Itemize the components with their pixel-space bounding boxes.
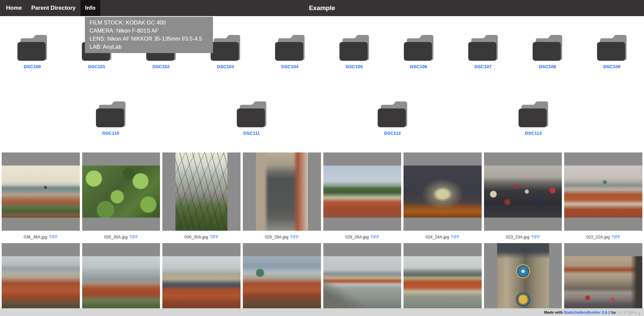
folder-icon: [377, 101, 409, 128]
folder-icon: [274, 35, 306, 61]
gallery-cell: [243, 243, 321, 316]
gallery-cell: 029_29A.jpg TIFF: [243, 152, 321, 243]
filename-label: 024_24A.jpg: [426, 235, 449, 239]
photo-thumbnail: [497, 243, 549, 316]
thumbnail-link[interactable]: [243, 152, 321, 231]
nav-item-home[interactable]: Home: [1, 0, 26, 16]
thumbnail-link[interactable]: [82, 243, 160, 316]
folder-link[interactable]: DSC107: [451, 35, 515, 69]
thumbnail-caption: 023_23A.jpg TIFF: [484, 231, 562, 243]
thumbnail-caption: 022_22A.jpg TIFF: [564, 231, 642, 243]
footer-dot-text: .: [638, 310, 640, 314]
thumbnail-link[interactable]: [2, 152, 80, 231]
tooltip-line-film-stock: FILM STOCK: KODAK GC 400: [90, 18, 208, 27]
photo-thumbnail: [323, 256, 401, 308]
photo-thumbnail: [484, 166, 562, 218]
photo-thumbnail: [564, 166, 642, 218]
thumbnail-link[interactable]: [82, 152, 160, 231]
static-gallery-builder-link[interactable]: StaticGalleryBuilder 2.6.2: [564, 310, 610, 314]
thumbnail-link[interactable]: [564, 152, 642, 231]
folder-label: DSC105: [345, 64, 363, 69]
gallery-cell: [323, 243, 401, 316]
folder-link[interactable]: DSC106: [386, 35, 451, 69]
folder-icon: [596, 35, 628, 61]
folder-label: DSC109: [603, 64, 620, 69]
tiff-link[interactable]: TIFF: [611, 235, 620, 239]
folder-link[interactable]: DSC109: [580, 35, 644, 69]
folder-link[interactable]: DSC111: [181, 101, 322, 136]
nav-item-info[interactable]: Info: [80, 0, 100, 16]
folder-label: DSC110: [102, 131, 119, 136]
photo-thumbnail: [2, 166, 80, 218]
folder-link[interactable]: DSC100: [0, 35, 64, 69]
folder-icon: [95, 101, 127, 128]
thumbnail-link[interactable]: [564, 243, 642, 316]
folder-icon: [338, 35, 370, 61]
photo-thumbnail: [564, 256, 642, 308]
photo-thumbnail: [82, 166, 160, 218]
gallery-cell: [2, 243, 80, 316]
tiff-link[interactable]: TIFF: [129, 235, 138, 239]
folder-label: DSC113: [525, 131, 542, 136]
tiff-link[interactable]: TIFF: [210, 235, 218, 239]
thumbnail-link[interactable]: [323, 243, 401, 316]
footer-made-with-text: Made with: [544, 310, 564, 314]
tiff-link[interactable]: TIFF: [49, 235, 58, 239]
tooltip-line-lens: LENS: Nikon AF NIKKOR 35-135mm f/3.5-4.5: [90, 35, 208, 43]
tiff-link[interactable]: TIFF: [370, 235, 379, 239]
footer-by-text: by: [610, 310, 617, 314]
photo-thumbnail: [175, 152, 227, 231]
gallery-page: Home Parent Directory Info Example FILM …: [0, 0, 644, 316]
thumbnail-link[interactable]: [484, 152, 562, 231]
folder-label: DSC101: [88, 64, 105, 69]
gallery-cell: 023_23A.jpg TIFF: [484, 152, 562, 243]
nav-item-parent-directory[interactable]: Parent Directory: [26, 0, 80, 16]
photo-thumbnail: [243, 256, 321, 308]
folder-link[interactable]: DSC105: [322, 35, 386, 69]
gallery-cell: 030_30A.jpg TIFF: [162, 152, 240, 243]
gallery-cell: 036_36A.jpg TIFF: [2, 152, 80, 243]
info-tooltip: FILM STOCK: KODAK GC 400 CAMERA: Nikon F…: [85, 17, 213, 53]
folder-link[interactable]: DSC113: [463, 101, 604, 136]
folder-row-2: DSC110 DSC111 DSC112 DSC113: [40, 101, 604, 136]
thumbnail-link[interactable]: [162, 152, 240, 231]
folder-icon: [518, 101, 549, 128]
filename-label: 035_35A.jpg: [104, 235, 127, 239]
thumbnail-caption: 030_30A.jpg TIFF: [162, 231, 240, 243]
folder-label: DSC100: [23, 64, 41, 69]
filename-label: 022_22A.jpg: [586, 235, 610, 239]
filename-label: 036_36A.jpg: [24, 235, 47, 239]
photo-thumbnail: [82, 256, 160, 308]
thumbnail-grid: 036_36A.jpg TIFF 035_35A.jpg TIFF 030_30…: [2, 152, 642, 316]
thumbnail-caption: 029_29A.jpg TIFF: [243, 231, 321, 243]
gallery-cell: [162, 243, 240, 316]
gallery-cell: [82, 243, 160, 316]
thumbnail-link[interactable]: [404, 243, 482, 316]
folder-link[interactable]: DSC112: [322, 101, 463, 136]
thumbnail-link[interactable]: [243, 243, 321, 316]
thumbnail-link[interactable]: [484, 243, 562, 316]
gallery-cell: 026_26A.jpg TIFF: [323, 152, 401, 243]
thumbnail-caption: 035_35A.jpg TIFF: [82, 231, 160, 243]
thumbnail-link[interactable]: [2, 243, 80, 316]
folder-link[interactable]: DSC108: [515, 35, 580, 69]
gallery-cell: [564, 243, 642, 316]
tiff-link[interactable]: TIFF: [290, 235, 299, 239]
thumbnail-link[interactable]: [323, 152, 401, 231]
folder-link[interactable]: DSC110: [40, 101, 181, 136]
folder-label: DSC106: [410, 64, 427, 69]
folder-icon: [210, 35, 241, 61]
photo-thumbnail: [162, 256, 240, 308]
folder-icon: [403, 35, 435, 61]
thumbnail-caption: 036_36A.jpg TIFF: [2, 231, 80, 243]
folder-label: DSC103: [217, 64, 234, 69]
thumbnail-link[interactable]: [404, 152, 482, 231]
filename-label: 026_26A.jpg: [345, 235, 369, 239]
thumbnail-link[interactable]: [162, 243, 240, 316]
navbar: Home Parent Directory Info Example: [0, 0, 644, 16]
folder-link[interactable]: DSC104: [258, 35, 322, 69]
thumbnail-caption: 024_24A.jpg TIFF: [404, 231, 482, 243]
folder-icon: [16, 35, 48, 61]
tiff-link[interactable]: TIFF: [451, 235, 460, 239]
tiff-link[interactable]: TIFF: [531, 235, 540, 239]
